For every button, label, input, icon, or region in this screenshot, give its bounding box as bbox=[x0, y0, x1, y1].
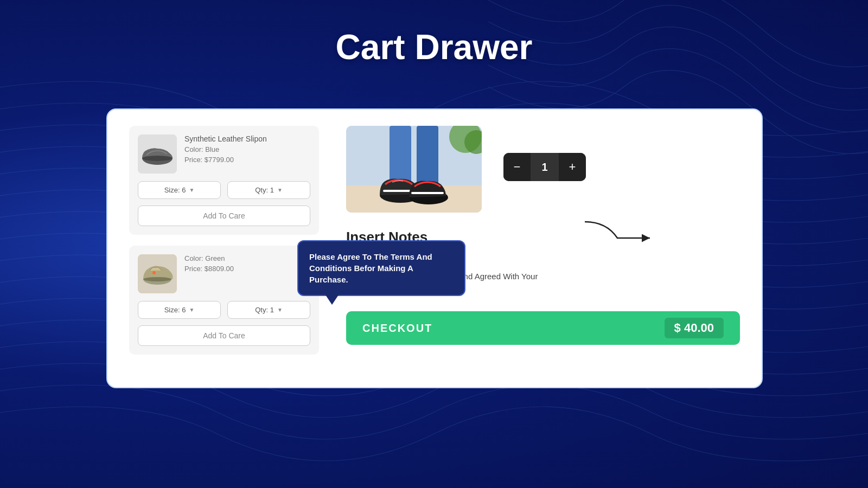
svg-rect-10 bbox=[417, 126, 438, 188]
size-select-1[interactable]: Size: 6 ▼ bbox=[138, 181, 221, 199]
svg-point-5 bbox=[152, 271, 156, 274]
product-top-1: Synthetic Leather Slipon Color: Blue Pri… bbox=[138, 134, 310, 174]
add-to-care-btn-1[interactable]: Add To Care bbox=[138, 206, 310, 226]
tooltip-text: Please Agree To The Terms And Conditions… bbox=[309, 252, 432, 284]
qty-select-2[interactable]: Qty: 1 ▼ bbox=[227, 301, 310, 319]
qty-chevron-1: ▼ bbox=[277, 187, 283, 193]
product-item-1: Synthetic Leather Slipon Color: Blue Pri… bbox=[129, 126, 319, 235]
product-info-1: Synthetic Leather Slipon Color: Blue Pri… bbox=[184, 134, 310, 164]
tooltip-box: Please Agree To The Terms And Conditions… bbox=[297, 240, 465, 296]
product-item-2: Please Agree To The Terms And Conditions… bbox=[129, 246, 319, 355]
qty-label-2: Qty: 1 bbox=[255, 306, 274, 314]
add-to-care-btn-2[interactable]: Add To Care bbox=[138, 325, 310, 346]
product-name-1: Synthetic Leather Slipon bbox=[184, 134, 310, 143]
product-color-1: Color: Blue bbox=[184, 145, 310, 153]
cart-drawer-card: Synthetic Leather Slipon Color: Blue Pri… bbox=[106, 108, 763, 388]
product-image-1 bbox=[138, 134, 177, 174]
left-panel: Synthetic Leather Slipon Color: Blue Pri… bbox=[129, 126, 335, 365]
size-chevron-1: ▼ bbox=[189, 187, 194, 193]
product-color-2: Color: Green bbox=[184, 254, 310, 262]
checkout-price: $ 40.00 bbox=[665, 318, 724, 338]
qty-label-1: Qty: 1 bbox=[255, 186, 274, 194]
arrow-indicator bbox=[574, 216, 682, 249]
stepper-plus-btn[interactable]: + bbox=[559, 153, 586, 181]
shoe-image-row: − 1 + bbox=[346, 126, 740, 213]
product-controls-2: Size: 6 ▼ Qty: 1 ▼ bbox=[138, 301, 310, 319]
product-image-2 bbox=[138, 254, 177, 293]
product-info-2: Color: Green Price: $8809.00 bbox=[184, 254, 310, 273]
checkout-label: CHECKOUT bbox=[362, 322, 432, 335]
stepper-minus-btn[interactable]: − bbox=[503, 153, 531, 181]
product-price-1: Price: $7799.00 bbox=[184, 156, 310, 164]
product-price-2: Price: $8809.00 bbox=[184, 265, 310, 273]
svg-point-6 bbox=[143, 277, 171, 281]
product-controls-1: Size: 6 ▼ Qty: 1 ▼ bbox=[138, 181, 310, 199]
size-select-2[interactable]: Size: 6 ▼ bbox=[138, 301, 221, 319]
svg-rect-14 bbox=[411, 192, 444, 194]
size-label-2: Size: 6 bbox=[164, 306, 186, 314]
product-top-2: Color: Green Price: $8809.00 bbox=[138, 254, 310, 293]
shoe-main-image bbox=[346, 126, 482, 213]
size-chevron-2: ▼ bbox=[189, 307, 194, 313]
qty-chevron-2: ▼ bbox=[277, 307, 283, 313]
quantity-stepper: − 1 + bbox=[503, 153, 586, 181]
page-title: Cart Drawer bbox=[0, 27, 868, 67]
stepper-value: 1 bbox=[531, 153, 559, 181]
qty-select-1[interactable]: Qty: 1 ▼ bbox=[227, 181, 310, 199]
svg-point-2 bbox=[142, 156, 173, 161]
size-label-1: Size: 6 bbox=[164, 186, 186, 194]
checkout-button[interactable]: CHECKOUT $ 40.00 bbox=[346, 311, 740, 345]
